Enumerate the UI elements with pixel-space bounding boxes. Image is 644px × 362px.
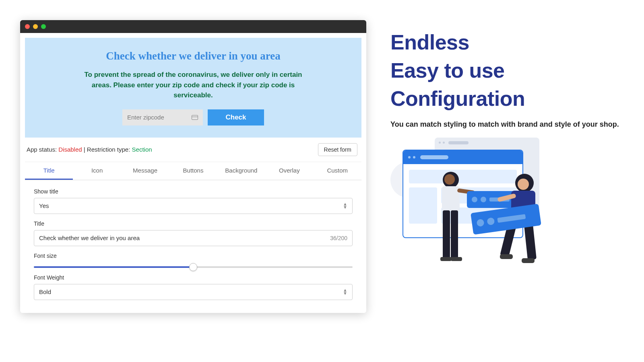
title-input[interactable]: Check whether we deliver in you area 36/… (34, 230, 353, 246)
preview-title: Check whether we deliver in you area (49, 50, 337, 62)
tab-custom[interactable]: Custom (314, 162, 361, 180)
title-label: Title (34, 220, 353, 227)
check-button[interactable]: Check (208, 109, 264, 125)
hero-line-2: Easy to use (390, 56, 628, 84)
card-icon (192, 115, 198, 120)
title-char-counter: 36/200 (330, 235, 347, 241)
window-titlebar (20, 20, 366, 33)
tab-title[interactable]: Title (25, 162, 73, 180)
illustration (390, 138, 568, 270)
tab-overlay[interactable]: Overlay (265, 162, 313, 180)
font-weight-label: Font Weight (34, 274, 353, 281)
form-panel: Show title Yes ▲▼ Title Check whether we… (25, 180, 361, 308)
preview-message: To prevent the spread of the coronavirus… (83, 70, 304, 101)
app-status-label: App status: (27, 146, 58, 153)
app-status-value: Disabled (58, 146, 82, 153)
minimize-icon[interactable] (33, 24, 38, 29)
restriction-value: Section (132, 146, 152, 153)
font-weight-select[interactable]: Bold ▲▼ (34, 284, 353, 300)
show-title-select[interactable]: Yes ▲▼ (34, 198, 353, 214)
tab-buttons[interactable]: Buttons (169, 162, 217, 180)
font-size-slider[interactable] (34, 266, 353, 268)
hero-subtitle: You can match styling to match with bran… (390, 119, 628, 130)
close-icon[interactable] (25, 24, 30, 29)
slider-thumb[interactable] (189, 263, 197, 271)
tab-background[interactable]: Background (217, 162, 265, 180)
zipcode-placeholder: Enter zipcode (127, 114, 164, 121)
status-bar: App status: Disabled | Restriction type:… (25, 138, 361, 162)
chevron-updown-icon: ▲▼ (343, 289, 347, 295)
reset-form-button[interactable]: Reset form (318, 143, 357, 156)
font-size-label: Font size (34, 253, 353, 259)
tab-icon[interactable]: Icon (73, 162, 121, 180)
restriction-label: Restriction type: (87, 146, 132, 153)
zipcode-input[interactable]: Enter zipcode (122, 109, 203, 125)
hero-line-1: Endless (390, 28, 628, 56)
hero-line-3: Configuration (390, 84, 628, 113)
tab-message[interactable]: Message (121, 162, 169, 180)
show-title-label: Show title (34, 188, 353, 195)
preview-panel: Check whether we deliver in you area To … (25, 38, 361, 138)
chevron-updown-icon: ▲▼ (343, 203, 347, 209)
maximize-icon[interactable] (41, 24, 46, 29)
tabs: Title Icon Message Buttons Background Ov… (25, 162, 361, 180)
config-window: Check whether we deliver in you area To … (20, 20, 366, 313)
